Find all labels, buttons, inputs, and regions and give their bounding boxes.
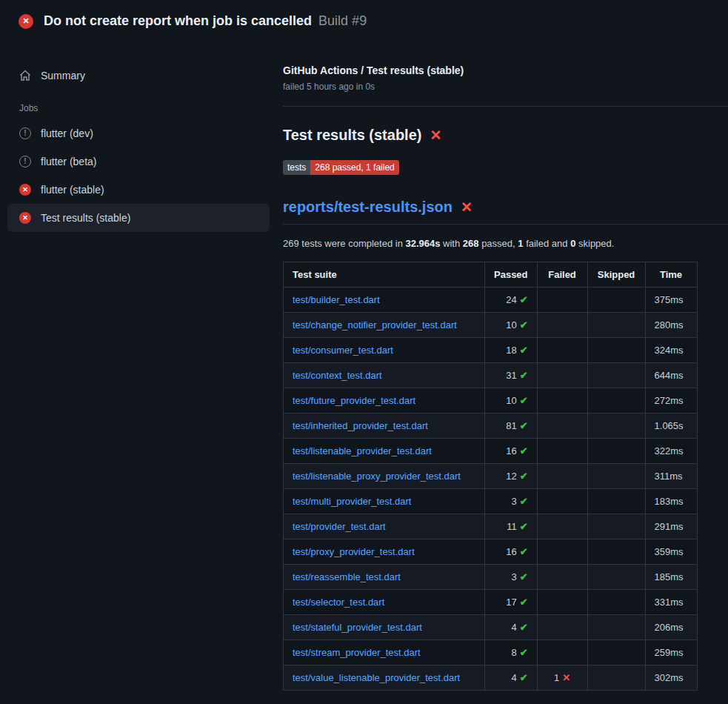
time-value: 359ms xyxy=(645,539,697,565)
sidebar-item-label: flutter (beta) xyxy=(41,156,96,167)
check-icon: ✔ xyxy=(520,496,528,507)
time-value: 331ms xyxy=(645,590,697,615)
column-header-time: Time xyxy=(645,262,697,288)
sidebar-item-flutter-stable[interactable]: ✕ flutter (stable) xyxy=(7,176,270,204)
sidebar-item-flutter-dev[interactable]: ! flutter (dev) xyxy=(7,119,270,147)
table-row: test/future_provider_test.dart 10✔ ✕ 272… xyxy=(284,388,698,414)
time-value: 1.065s xyxy=(645,414,697,439)
table-row: test/reassemble_test.dart 3✔ ✕ 185ms xyxy=(284,565,698,590)
sidebar-item-flutter-beta[interactable]: ! flutter (beta) xyxy=(7,147,270,176)
time-value: 185ms xyxy=(645,565,697,590)
sidebar-item-label: Test results (stable) xyxy=(41,212,130,224)
table-row: test/multi_provider_test.dart 3✔ ✕ 183ms xyxy=(284,489,698,514)
passed-count: 16 xyxy=(506,546,516,557)
passed-count: 10 xyxy=(506,395,516,406)
suite-link[interactable]: test/stream_provider_test.dart xyxy=(293,647,421,658)
check-icon: ✔ xyxy=(520,294,528,305)
check-icon: ✔ xyxy=(520,445,528,456)
table-header-row: Test suite Passed Failed Skipped Time xyxy=(284,262,698,288)
time-value: 322ms xyxy=(645,439,697,464)
suite-link[interactable]: test/stateful_provider_test.dart xyxy=(293,622,422,633)
passed-count: 3 xyxy=(511,571,516,582)
run-failed-icon: ✕ xyxy=(19,14,33,29)
time-value: 324ms xyxy=(645,338,697,363)
check-icon: ✔ xyxy=(520,546,528,557)
time-value: 183ms xyxy=(645,489,697,514)
failed-count: 1 xyxy=(554,672,559,683)
suite-link[interactable]: test/builder_test.dart xyxy=(293,294,380,305)
passed-count: 4 xyxy=(511,622,516,633)
tests-badge: tests 268 passed, 1 failed xyxy=(283,160,399,175)
passed-count: 4 xyxy=(511,672,516,683)
suite-link[interactable]: test/inherited_provider_test.dart xyxy=(293,420,428,431)
table-row: test/proxy_provider_test.dart 16✔ ✕ 359m… xyxy=(284,539,698,565)
jobs-heading: Jobs xyxy=(7,90,270,119)
check-icon: ✔ xyxy=(520,319,528,331)
suite-link[interactable]: test/reassemble_test.dart xyxy=(293,571,401,582)
badge-label: tests xyxy=(283,160,310,175)
suite-link[interactable]: test/future_provider_test.dart xyxy=(293,395,415,406)
table-row: test/selector_test.dart 17✔ ✕ 331ms xyxy=(284,590,698,615)
time-value: 644ms xyxy=(645,363,697,388)
divider xyxy=(283,106,728,107)
failed-status-icon: ✕ xyxy=(19,212,31,224)
time-value: 302ms xyxy=(645,665,697,691)
summary-sentence: 269 tests were completed in 32.964s with… xyxy=(283,238,728,249)
report-file-link[interactable]: reports/test-results.json xyxy=(283,199,453,216)
breadcrumb: GitHub Actions / Test results (stable) xyxy=(283,64,728,76)
passed-count: 8 xyxy=(511,647,516,658)
time-value: 206ms xyxy=(645,615,697,640)
table-row: test/context_test.dart 31✔ ✕ 644ms xyxy=(284,363,698,388)
x-icon: ✕ xyxy=(562,672,570,683)
summary-text: 269 tests were completed in xyxy=(283,238,405,249)
sidebar-item-label: Summary xyxy=(41,70,85,82)
sidebar-item-test-results-stable[interactable]: ✕ Test results (stable) xyxy=(7,204,270,232)
summary-text: passed, xyxy=(479,238,518,249)
sidebar-item-label: flutter (stable) xyxy=(41,184,104,196)
check-icon: ✔ xyxy=(520,597,528,608)
sidebar-item-label: flutter (dev) xyxy=(41,127,93,139)
time-value: 259ms xyxy=(645,640,697,665)
suite-link[interactable]: test/proxy_provider_test.dart xyxy=(293,546,415,557)
table-row: test/provider_test.dart 11✔ ✕ 291ms xyxy=(284,514,698,539)
main-content: GitHub Actions / Test results (stable) f… xyxy=(283,39,728,691)
time-value: 375ms xyxy=(645,288,697,313)
failed-x-icon: ✕ xyxy=(461,200,472,214)
suite-link[interactable]: test/context_test.dart xyxy=(293,370,382,381)
column-header-passed: Passed xyxy=(485,262,538,288)
column-header-test-suite: Test suite xyxy=(284,262,485,288)
table-row: test/consumer_test.dart 18✔ ✕ 324ms xyxy=(284,338,698,363)
jobs-sidebar: Summary Jobs ! flutter (dev) ! flutter (… xyxy=(0,39,283,232)
badge-value: 268 passed, 1 failed xyxy=(310,160,398,175)
passed-count: 11 xyxy=(507,521,517,532)
failed-status-icon: ✕ xyxy=(19,184,31,196)
suite-link[interactable]: test/listenable_provider_test.dart xyxy=(293,445,432,456)
summary-text: failed and xyxy=(524,238,571,249)
table-row: test/value_listenable_provider_test.dart… xyxy=(284,665,698,691)
run-header: ✕ Do not create report when job is cance… xyxy=(0,0,728,39)
check-icon: ✔ xyxy=(520,672,528,683)
neutral-status-icon: ! xyxy=(19,127,31,139)
test-results-table: Test suite Passed Failed Skipped Time te… xyxy=(283,262,698,691)
suite-link[interactable]: test/multi_provider_test.dart xyxy=(293,496,411,507)
column-header-skipped: Skipped xyxy=(587,262,645,288)
suite-link[interactable]: test/selector_test.dart xyxy=(293,597,384,608)
table-row: test/listenable_proxy_provider_test.dart… xyxy=(284,464,698,489)
suite-link[interactable]: test/listenable_proxy_provider_test.dart xyxy=(293,471,461,482)
passed-count: 31 xyxy=(506,370,516,381)
check-icon: ✔ xyxy=(520,571,528,582)
suite-link[interactable]: test/provider_test.dart xyxy=(293,521,386,532)
suite-link[interactable]: test/consumer_test.dart xyxy=(293,345,393,356)
neutral-status-icon: ! xyxy=(19,156,31,167)
run-title: Do not create report when job is cancell… xyxy=(44,13,312,29)
suite-link[interactable]: test/value_listenable_provider_test.dart xyxy=(293,672,460,683)
home-icon xyxy=(19,70,31,82)
suite-link[interactable]: test/change_notifier_provider_test.dart xyxy=(293,319,457,331)
summary-failed-count: 1 xyxy=(518,238,523,249)
time-value: 272ms xyxy=(645,388,697,414)
table-row: test/inherited_provider_test.dart 81✔ ✕ … xyxy=(284,414,698,439)
table-row: test/stream_provider_test.dart 8✔ ✕ 259m… xyxy=(284,640,698,665)
check-icon: ✔ xyxy=(520,521,528,532)
sidebar-item-summary[interactable]: Summary xyxy=(7,62,270,90)
test-table-body: test/builder_test.dart 24✔ ✕ 375ms test/… xyxy=(284,288,698,691)
